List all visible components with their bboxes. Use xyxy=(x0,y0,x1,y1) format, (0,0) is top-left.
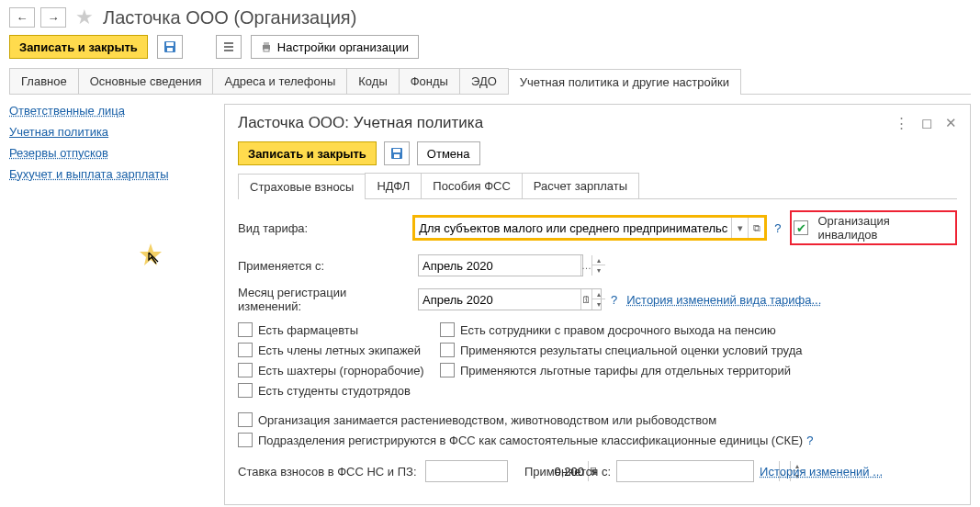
cb-lgot[interactable] xyxy=(440,363,455,377)
svg-rect-4 xyxy=(224,46,233,48)
cb-pension-label: Есть сотрудники с правом досрочного выхо… xyxy=(460,323,776,337)
page-title: Ласточка ООО (Организация) xyxy=(103,7,356,28)
cb-pharm-label: Есть фармацевты xyxy=(258,323,358,337)
panel-close-icon[interactable]: ✕ xyxy=(945,115,957,131)
panel-maximize-icon[interactable]: ◻ xyxy=(921,115,932,131)
policy-panel: Ласточка ООО: Учетная политика ⋮ ◻ ✕ Зап… xyxy=(224,104,971,505)
tab-funds[interactable]: Фонды xyxy=(399,68,460,94)
panel-title: Ласточка ООО: Учетная политика xyxy=(238,114,483,132)
svg-rect-7 xyxy=(264,42,269,45)
subtabs: Страховые взносы НДФЛ Пособия ФСС Расчет… xyxy=(238,173,957,199)
cb-miners[interactable] xyxy=(238,363,253,377)
cb-spec[interactable] xyxy=(440,343,455,357)
subtab-ndfl[interactable]: НДФЛ xyxy=(365,173,422,198)
main-tabs: Главное Основные сведения Адреса и телеф… xyxy=(9,68,971,95)
tariff-input-group: ▾ ⧉ xyxy=(414,217,765,239)
cb-flight[interactable] xyxy=(238,343,253,357)
tab-edo[interactable]: ЭДО xyxy=(459,68,509,94)
list-icon xyxy=(222,40,235,53)
tab-accounting[interactable]: Учетная политика и другие настройки xyxy=(508,69,741,95)
save-button[interactable] xyxy=(157,35,183,59)
history2-link[interactable]: История изменений ... xyxy=(760,465,883,479)
svg-rect-8 xyxy=(264,49,269,51)
subtab-insurance[interactable]: Страховые взносы xyxy=(238,174,366,199)
save-and-close-button[interactable]: Записать и закрыть xyxy=(9,35,148,59)
org-settings-label: Настройки организации xyxy=(277,40,409,54)
favorite-star-icon[interactable]: ★ xyxy=(75,6,94,29)
applies-from-label: Применяется с: xyxy=(238,259,412,273)
cb-flight-label: Есть члены летных экипажей xyxy=(258,344,421,357)
applies-from2-label: Применяется с: xyxy=(524,465,611,479)
svg-marker-9 xyxy=(140,243,162,265)
tab-codes[interactable]: Коды xyxy=(346,68,399,94)
tariff-help-icon[interactable]: ? xyxy=(771,221,784,235)
cb-students-label: Есть студенты студотрядов xyxy=(258,384,411,398)
tariff-dropdown-icon[interactable]: ▾ xyxy=(731,218,748,238)
panel-cancel[interactable]: Отмена xyxy=(417,141,480,165)
tariff-label: Вид тарифа: xyxy=(238,221,409,235)
cb-agro[interactable] xyxy=(238,412,253,427)
applies-from-ellipsis[interactable]: … xyxy=(580,255,591,276)
applies-from2-group: … ▴▾ xyxy=(616,460,754,482)
reg-month-group: 🗓 ▴▾ xyxy=(418,288,602,310)
cb-spec-label: Применяются результаты специальной оценк… xyxy=(460,344,802,357)
rate-group: 🖩 xyxy=(425,460,508,482)
panel-save[interactable] xyxy=(384,141,410,165)
nav-fwd[interactable]: → xyxy=(40,7,66,28)
history-tariff-link[interactable]: История изменений вида тарифа... xyxy=(626,293,821,307)
org-invalid-checkbox[interactable] xyxy=(794,220,808,235)
applies-from-group: … ▴▾ xyxy=(418,254,583,276)
nav-back[interactable]: ← xyxy=(9,7,35,28)
reg-month-help-icon[interactable]: ? xyxy=(607,293,621,307)
subtab-salary[interactable]: Расчет зарплаты xyxy=(522,173,639,198)
cb-agro-label: Организация занимается растениеводством,… xyxy=(258,413,716,427)
reg-month-label: Месяц регистрации изменений: xyxy=(238,286,412,313)
reg-month-calendar-icon[interactable]: 🗓 xyxy=(580,289,591,310)
floppy-icon xyxy=(390,147,403,160)
svg-rect-2 xyxy=(167,48,173,51)
reg-month-stepper[interactable]: ▴▾ xyxy=(591,289,605,310)
reg-month-input[interactable] xyxy=(419,289,580,310)
print-icon xyxy=(261,41,272,52)
org-invalid-label: Организация инвалидов xyxy=(817,214,950,242)
cb-lgot-label: Применяются льготные тарифы для отдельны… xyxy=(460,364,791,377)
sidebar-item-accounting-policy[interactable]: Учетная политика xyxy=(9,125,211,139)
tariff-open-icon[interactable]: ⧉ xyxy=(748,218,764,238)
cb-miners-label: Есть шахтеры (горнорабочие) xyxy=(258,364,424,377)
list-button[interactable] xyxy=(216,35,242,59)
svg-rect-3 xyxy=(224,42,233,44)
org-settings-button[interactable]: Настройки организации xyxy=(251,35,419,59)
subtab-fss[interactable]: Пособия ФСС xyxy=(421,173,522,198)
cb-pharm[interactable] xyxy=(238,322,253,337)
tab-address[interactable]: Адреса и телефоны xyxy=(212,68,347,94)
cb-fss-help-icon[interactable]: ? xyxy=(803,434,817,447)
applies-from-stepper[interactable]: ▴▾ xyxy=(591,255,605,276)
sidebar: Ответственные лица Учетная политика Резе… xyxy=(9,104,211,505)
applies-from2-input[interactable] xyxy=(617,461,779,481)
cb-fss[interactable] xyxy=(238,433,253,447)
cb-students[interactable] xyxy=(238,383,253,398)
svg-rect-12 xyxy=(394,154,400,158)
tab-main[interactable]: Главное xyxy=(9,68,79,94)
sidebar-item-payroll[interactable]: Бухучет и выплата зарплаты xyxy=(9,167,211,181)
svg-rect-5 xyxy=(224,50,233,51)
cb-pension[interactable] xyxy=(440,322,455,337)
rate-label: Ставка взносов в ФСС НС и ПЗ: xyxy=(238,465,420,479)
cursor-highlight-icon xyxy=(138,242,163,267)
svg-rect-1 xyxy=(166,42,174,46)
sidebar-item-responsible[interactable]: Ответственные лица xyxy=(9,104,211,118)
sidebar-item-reserves[interactable]: Резервы отпусков xyxy=(9,146,211,160)
cb-fss-label: Подразделения регистрируются в ФСС как с… xyxy=(258,434,803,447)
floppy-icon xyxy=(163,40,176,53)
tariff-input[interactable] xyxy=(415,218,731,238)
panel-save-close[interactable]: Записать и закрыть xyxy=(238,141,377,165)
tab-basic[interactable]: Основные сведения xyxy=(78,68,214,94)
panel-more-icon[interactable]: ⋮ xyxy=(895,115,908,131)
svg-rect-11 xyxy=(393,149,400,152)
applies-from-input[interactable] xyxy=(419,255,580,276)
